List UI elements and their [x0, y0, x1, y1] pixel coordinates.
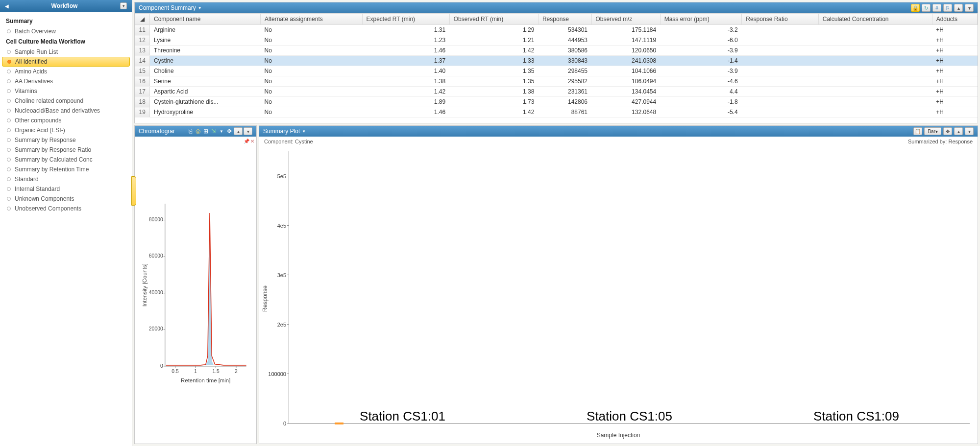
column-header[interactable]: Adducts [932, 14, 977, 25]
table-cell: +H [932, 25, 977, 35]
y-tick-label: 0 [283, 421, 289, 426]
component-summary-title[interactable]: Component Summary [139, 4, 196, 11]
grid-button[interactable]: # [932, 4, 941, 12]
chevron-left-icon[interactable]: ◀ [5, 3, 9, 9]
table-row[interactable]: 16SerineNo1.381.35295582106.0494-4.6+H [135, 76, 978, 87]
table-row[interactable]: 11ArginineNo1.311.29534301175.1184-3.2+H [135, 25, 978, 35]
export-icon[interactable]: ⇲ [210, 128, 217, 135]
sidebar-item[interactable]: Summary by Retention Time [0, 164, 132, 174]
collapse-down-button[interactable]: ▾ [244, 127, 252, 135]
tool1-icon[interactable]: ◎ [195, 128, 201, 135]
sidebar-item-label: Vitamins [15, 88, 37, 94]
table-cell: 1.42 [362, 87, 449, 97]
bullet-icon [7, 177, 11, 181]
sidebar-item[interactable]: Batch Overview [0, 26, 132, 36]
sidebar-item[interactable]: Sample Run List [0, 47, 132, 57]
column-header[interactable]: Observed m/z [591, 14, 660, 25]
plot-type-button[interactable]: Bar ▾ [924, 127, 941, 135]
collapse-up-button[interactable]: ▴ [954, 127, 963, 135]
close-icon[interactable]: ✕ [250, 139, 254, 144]
sidebar-item[interactable]: Nucleoacid/Base and derivatives [0, 106, 132, 116]
table-cell: 1.42 [449, 107, 538, 117]
export-button[interactable]: ⎘ [943, 4, 952, 12]
table-cell: -6.0 [660, 35, 742, 46]
table-cell: 1.33 [449, 56, 538, 66]
pin-icon[interactable]: 📌 [244, 139, 249, 144]
collapse-up-button[interactable]: ▴ [954, 4, 963, 12]
filter-button[interactable]: 🔒 [911, 4, 920, 12]
summarized-by-label: Summarized by: Response [908, 139, 973, 144]
collapse-down-button[interactable]: ▾ [965, 4, 974, 12]
table-cell: Arginine [150, 25, 261, 35]
column-header[interactable]: Component name [150, 14, 261, 25]
table-cell [818, 25, 932, 35]
tool2-icon[interactable]: ⊞ [202, 128, 209, 135]
column-header[interactable]: Expected RT (min) [362, 14, 449, 25]
column-header[interactable]: Response [538, 14, 591, 25]
table-cell: -3.9 [660, 66, 742, 76]
sidebar-item[interactable]: Unobserved Components [0, 204, 132, 213]
sidebar-item[interactable]: Standard [0, 174, 132, 184]
move-icon[interactable]: ✥ [226, 128, 233, 135]
sidebar-item[interactable]: Summary by Calculated Conc [0, 155, 132, 164]
table-row[interactable]: 18Cystein-glutathione dis...No1.891.7314… [135, 97, 978, 107]
column-header[interactable]: Calculated Concentration [818, 14, 932, 25]
sidebar-item[interactable]: Vitamins [0, 86, 132, 96]
copy-button[interactable]: 📋 [913, 127, 922, 135]
sidebar-item[interactable]: Summary by Response [0, 135, 132, 145]
sidebar-item-label: Summary by Calculated Conc [15, 156, 93, 163]
dropdown-arrow-icon[interactable]: ▼ [198, 6, 202, 10]
copy-icon[interactable]: ⎘ [187, 128, 194, 135]
svg-text:0: 0 [160, 363, 163, 369]
table-row[interactable]: 12LysineNo1.231.21444953147.1119-6.0+H [135, 35, 978, 46]
table-cell: No [261, 107, 362, 117]
component-summary-table[interactable]: ◢Component nameAlternate assignmentsExpe… [135, 13, 978, 117]
sidebar-item[interactable]: Internal Standard [0, 184, 132, 194]
sidebar-item[interactable]: Amino Acids [0, 67, 132, 76]
sidebar-item[interactable]: Unknown Components [0, 194, 132, 204]
table-cell: +H [932, 46, 977, 56]
column-header[interactable]: Alternate assignments [261, 14, 362, 25]
table-cell [742, 56, 818, 66]
sidebar-title: Workflow [51, 2, 78, 9]
chromatogram-title[interactable]: Chromatograr [139, 128, 175, 135]
sidebar-item-label: Amino Acids [15, 68, 47, 75]
table-row[interactable]: 15CholineNo1.401.35298455104.1066-3.9+H [135, 66, 978, 76]
table-row[interactable]: 17Aspartic AcidNo1.421.38231361134.04544… [135, 87, 978, 97]
table-row[interactable]: 19HydroxyprolineNo1.461.4288761132.0648-… [135, 107, 978, 117]
sidebar-item-label: Unknown Components [15, 195, 74, 202]
collapse-up-button[interactable]: ▴ [234, 127, 243, 135]
table-row[interactable]: 13ThreonineNo1.461.42380586120.0650-3.9+… [135, 46, 978, 56]
table-cell: 12 [135, 35, 150, 46]
sidebar-item[interactable]: Organic Acid (ESI-) [0, 125, 132, 135]
sidebar-item[interactable]: All Identified [2, 57, 130, 67]
table-row[interactable]: 14CystineNo1.371.33330843241.0308-1.4+H [135, 56, 978, 66]
column-header[interactable]: Mass error (ppm) [660, 14, 742, 25]
sidebar-menu-icon[interactable]: ▾ [120, 2, 127, 9]
component-summary-panel: Component Summary ▼ 🔒 ↻ # ⎘ ▴ ▾ ◢Compone… [134, 2, 978, 123]
column-header[interactable]: Response Ratio [742, 14, 818, 25]
table-cell: 1.31 [362, 25, 449, 35]
sidebar-item-label: Summary by Response [15, 137, 76, 143]
sidebar-item[interactable]: AA Derivatives [0, 76, 132, 86]
bullet-icon [7, 187, 11, 191]
splitter-handle[interactable] [131, 176, 136, 206]
move-button[interactable]: ✥ [943, 127, 952, 135]
table-cell [818, 97, 932, 107]
sidebar-item-label: Sample Run List [15, 48, 58, 55]
summary-plot-title[interactable]: Summary Plot [263, 128, 300, 135]
refresh-button[interactable]: ↻ [922, 4, 931, 12]
collapse-down-button[interactable]: ▾ [965, 127, 974, 135]
sidebar-item[interactable]: Choline related compound [0, 96, 132, 106]
table-cell [818, 46, 932, 56]
sidebar-item[interactable]: Other compounds [0, 116, 132, 125]
column-header[interactable]: ◢ [135, 14, 150, 25]
dropdown-arrow-icon[interactable]: ▼ [302, 129, 306, 134]
sidebar-item[interactable]: Summary by Response Ratio [0, 145, 132, 155]
table-cell: -3.2 [660, 25, 742, 35]
table-cell: +H [932, 87, 977, 97]
table-cell: 534301 [538, 25, 591, 35]
dropdown-icon[interactable]: ▼ [218, 128, 225, 135]
column-header[interactable]: Observed RT (min) [449, 14, 538, 25]
table-cell: 132.0648 [591, 107, 660, 117]
